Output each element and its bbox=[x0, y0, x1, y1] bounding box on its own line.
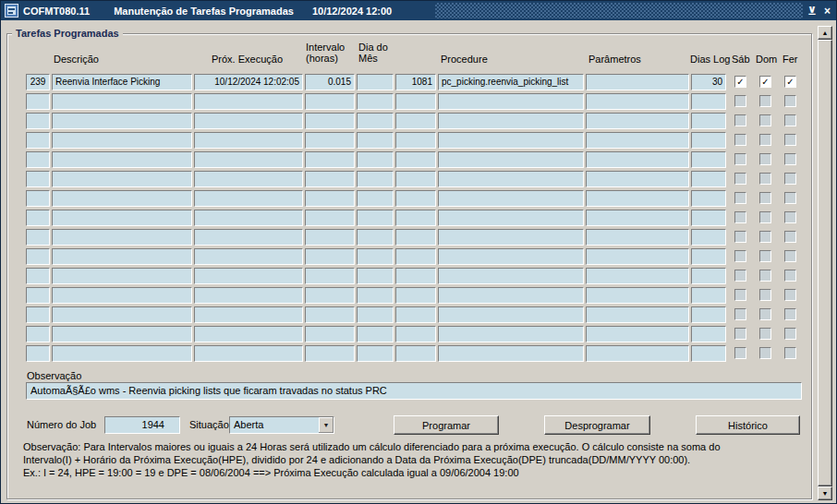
cell-dias-log[interactable] bbox=[691, 93, 726, 110]
cell-codigo[interactable] bbox=[395, 248, 436, 265]
cell-procedure[interactable] bbox=[438, 151, 584, 168]
checkbox-fer[interactable] bbox=[784, 211, 796, 223]
checkbox-sab[interactable] bbox=[734, 153, 746, 165]
cell-dias-log[interactable] bbox=[691, 113, 726, 129]
cell-intervalo[interactable] bbox=[305, 210, 355, 226]
cell-procedure[interactable] bbox=[438, 268, 584, 284]
cell-procedure[interactable] bbox=[438, 190, 584, 207]
cell-id[interactable] bbox=[26, 345, 50, 362]
cell-prox-execucao[interactable] bbox=[194, 132, 303, 149]
checkbox-sab[interactable] bbox=[734, 231, 746, 243]
checkbox-fer[interactable] bbox=[784, 289, 796, 301]
cell-dia-mes[interactable] bbox=[357, 171, 394, 187]
checkbox-dom[interactable] bbox=[759, 328, 771, 340]
cell-codigo[interactable] bbox=[395, 326, 436, 342]
cell-codigo[interactable] bbox=[395, 93, 436, 110]
scroll-up-icon[interactable]: ▲ bbox=[818, 26, 832, 40]
cell-codigo[interactable] bbox=[395, 151, 436, 168]
cell-procedure[interactable] bbox=[438, 93, 584, 110]
restore-window-icon[interactable]: ⊻ bbox=[807, 6, 817, 17]
desprogramar-button[interactable]: Desprogramar bbox=[544, 415, 650, 435]
cell-prox-execucao[interactable] bbox=[194, 151, 303, 168]
cell-parametros[interactable] bbox=[586, 268, 689, 284]
checkbox-sab[interactable] bbox=[734, 134, 746, 146]
cell-codigo[interactable] bbox=[395, 210, 436, 226]
checkbox-fer[interactable] bbox=[784, 153, 796, 165]
programar-button[interactable]: Programar bbox=[394, 415, 499, 435]
cell-parametros[interactable] bbox=[586, 229, 689, 246]
cell-parametros[interactable] bbox=[586, 151, 689, 168]
cell-prox-execucao[interactable] bbox=[194, 268, 303, 284]
cell-codigo[interactable] bbox=[395, 229, 436, 246]
cell-descricao[interactable] bbox=[52, 306, 192, 323]
checkbox-sab[interactable]: ✓ bbox=[734, 76, 746, 88]
cell-prox-execucao[interactable] bbox=[194, 210, 303, 226]
checkbox-dom[interactable] bbox=[759, 95, 771, 107]
cell-id[interactable] bbox=[26, 210, 50, 226]
checkbox-sab[interactable] bbox=[734, 270, 746, 282]
cell-dias-log[interactable] bbox=[691, 268, 726, 284]
checkbox-fer[interactable] bbox=[784, 134, 796, 146]
checkbox-fer[interactable] bbox=[784, 192, 796, 204]
checkbox-dom[interactable] bbox=[759, 308, 771, 320]
checkbox-dom[interactable] bbox=[759, 270, 771, 282]
checkbox-dom[interactable] bbox=[759, 231, 771, 243]
cell-descricao[interactable] bbox=[52, 190, 192, 207]
cell-prox-execucao[interactable] bbox=[194, 113, 303, 129]
checkbox-sab[interactable] bbox=[734, 192, 746, 204]
cell-dias-log[interactable] bbox=[691, 326, 726, 342]
checkbox-dom[interactable] bbox=[759, 134, 771, 146]
cell-codigo[interactable] bbox=[395, 190, 436, 207]
cell-dias-log[interactable] bbox=[691, 229, 726, 246]
cell-intervalo[interactable] bbox=[305, 93, 355, 110]
cell-parametros[interactable] bbox=[586, 287, 689, 304]
cell-prox-execucao[interactable] bbox=[194, 93, 303, 110]
cell-procedure[interactable]: pc_picking.reenvia_picking_list bbox=[438, 74, 584, 90]
cell-dia-mes[interactable] bbox=[357, 210, 394, 226]
cell-id[interactable]: 239 bbox=[26, 74, 50, 90]
checkbox-sab[interactable] bbox=[734, 114, 746, 126]
cell-parametros[interactable] bbox=[586, 113, 689, 129]
cell-descricao[interactable] bbox=[52, 93, 192, 110]
checkbox-dom[interactable] bbox=[759, 347, 771, 359]
cell-dia-mes[interactable] bbox=[357, 132, 394, 149]
checkbox-sab[interactable] bbox=[734, 173, 746, 185]
cell-parametros[interactable] bbox=[586, 74, 689, 90]
cell-dia-mes[interactable] bbox=[357, 326, 394, 342]
cell-intervalo[interactable] bbox=[305, 190, 355, 207]
cell-descricao[interactable] bbox=[52, 171, 192, 187]
cell-codigo[interactable] bbox=[395, 113, 436, 129]
cell-parametros[interactable] bbox=[586, 93, 689, 110]
checkbox-fer[interactable] bbox=[784, 270, 796, 282]
titlebar[interactable]: COFMT080.11 Manutenção de Tarefas Progra… bbox=[1, 1, 836, 20]
cell-procedure[interactable] bbox=[438, 210, 584, 226]
cell-dia-mes[interactable] bbox=[357, 248, 394, 265]
cell-dias-log[interactable] bbox=[691, 151, 726, 168]
cell-dia-mes[interactable] bbox=[357, 268, 394, 284]
cell-dias-log[interactable] bbox=[691, 190, 726, 207]
cell-dia-mes[interactable] bbox=[357, 93, 394, 110]
scroll-down-icon[interactable]: ▼ bbox=[818, 486, 832, 500]
cell-dia-mes[interactable] bbox=[357, 151, 394, 168]
cell-dias-log[interactable]: 30 bbox=[691, 74, 726, 90]
close-window-icon[interactable]: × bbox=[824, 6, 831, 17]
cell-dia-mes[interactable] bbox=[357, 190, 394, 207]
combo-arrow-icon[interactable]: ▼ bbox=[319, 417, 334, 433]
checkbox-sab[interactable] bbox=[734, 328, 746, 340]
checkbox-dom[interactable] bbox=[759, 289, 771, 301]
cell-id[interactable] bbox=[26, 151, 50, 168]
cell-dias-log[interactable] bbox=[691, 287, 726, 304]
cell-dias-log[interactable] bbox=[691, 171, 726, 187]
cell-intervalo[interactable] bbox=[305, 306, 355, 323]
observacao-field[interactable]: AutomaÃ§Ã£o wms - Reenvia picking lists … bbox=[26, 382, 802, 400]
cell-codigo[interactable] bbox=[395, 132, 436, 149]
cell-id[interactable] bbox=[26, 229, 50, 246]
cell-intervalo[interactable] bbox=[305, 268, 355, 284]
cell-descricao[interactable] bbox=[52, 268, 192, 284]
checkbox-dom[interactable] bbox=[759, 153, 771, 165]
cell-parametros[interactable] bbox=[586, 326, 689, 342]
cell-intervalo[interactable] bbox=[305, 326, 355, 342]
checkbox-fer[interactable]: ✓ bbox=[784, 76, 796, 88]
cell-procedure[interactable] bbox=[438, 171, 584, 187]
cell-descricao[interactable] bbox=[52, 345, 192, 362]
